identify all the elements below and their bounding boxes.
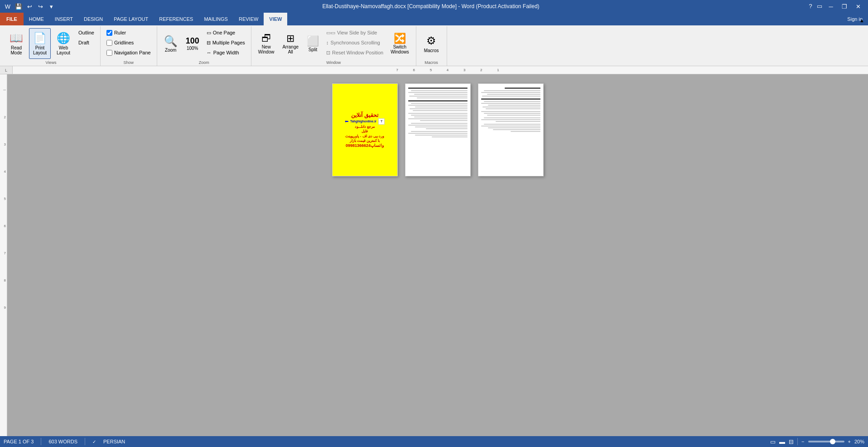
ruler-corner[interactable]: L <box>0 66 13 74</box>
web-layout-button[interactable]: 🌐 WebLayout <box>53 28 74 59</box>
title-bar: W 💾 ↩ ↪ ▾ Ellat-Dustihaye-Namovaffagh.do… <box>0 0 868 13</box>
ruler-v-mark-2: 2 <box>0 103 7 131</box>
arrange-all-icon: ⊞ <box>286 33 294 44</box>
sync-scroll-button[interactable]: ↕ Synchronous Scrolling <box>324 38 386 47</box>
multiple-pages-button[interactable]: ⊟ Multiple Pages <box>204 38 247 47</box>
zoom-out-icon[interactable]: − <box>801 439 804 444</box>
zoom-icon: 🔍 <box>164 35 178 48</box>
web-layout-label: WebLayout <box>57 45 70 55</box>
tab-mailings[interactable]: MAILINGS <box>198 13 233 25</box>
tab-references[interactable]: REFERENCES <box>154 13 198 25</box>
page3-para4 <box>481 117 540 122</box>
arrow-icon: ⬅ <box>345 119 348 124</box>
minimize-button[interactable]: ─ <box>825 2 837 11</box>
print-layout-button[interactable]: 📄 PrintLayout <box>29 28 51 59</box>
switch-windows-label: SwitchWindows <box>391 44 409 54</box>
zoom-level[interactable]: 20% <box>854 439 864 444</box>
new-window-label: NewWindow <box>258 44 275 54</box>
customize-quick-icon[interactable]: ▾ <box>47 2 55 10</box>
macros-label: Macros <box>424 48 439 53</box>
window-group: 🗗 NewWindow ⊞ ArrangeAll ⬜ Split ▭▭ View… <box>251 26 416 66</box>
page2-para1 <box>408 90 468 98</box>
ruler-mark-4: 4 <box>447 68 448 72</box>
page1-url-row: ⬅ Tahghighonline.ir T <box>345 118 385 125</box>
read-mode-button[interactable]: 📖 ReadMode <box>5 28 27 59</box>
undo-quick-icon[interactable]: ↩ <box>25 2 34 10</box>
page2-content <box>405 84 470 143</box>
draft-button[interactable]: Draft <box>76 38 96 47</box>
gridlines-checkbox[interactable]: Gridlines <box>104 38 153 47</box>
gridlines-label: Gridlines <box>114 40 134 45</box>
show-label: Show <box>104 59 153 65</box>
restore-button[interactable]: ❐ <box>838 2 851 11</box>
reset-window-button[interactable]: ⊡ Reset Window Position <box>324 48 386 57</box>
proofing-icon: ✓ <box>92 439 96 444</box>
main-area: ─ 2 3 4 5 6 7 8 9 تحقیق آنلاین ⬅ Tahghig… <box>0 74 868 436</box>
read-mode-icon: 📖 <box>10 32 23 44</box>
zoom-label-group: Zoom <box>161 59 247 65</box>
page-width-label: Page Width <box>213 50 239 55</box>
outline-button[interactable]: Outline <box>76 28 96 37</box>
zoom-100-button[interactable]: 100 100% <box>183 28 203 59</box>
zoom-in-icon[interactable]: + <box>848 439 851 444</box>
page2-heading2 <box>408 100 468 102</box>
status-bar-right: ▭ ▬ ⊟ − + 20% <box>770 438 864 445</box>
new-window-icon: 🗗 <box>261 33 271 44</box>
ruler-checkbox[interactable]: Ruler <box>104 28 153 37</box>
web-layout-icon: 🌐 <box>57 32 70 44</box>
window-group-content: 🗗 NewWindow ⊞ ArrangeAll ⬜ Split ▭▭ View… <box>255 28 412 59</box>
page1-text2: فایل <box>362 129 368 134</box>
redo-quick-icon[interactable]: ↪ <box>36 2 44 10</box>
switch-windows-icon: 🔀 <box>394 33 406 44</box>
zoom-button[interactable]: 🔍 Zoom <box>161 28 181 59</box>
one-page-button[interactable]: ▭ One Page <box>204 28 247 37</box>
macros-button[interactable]: ⚙ Macros <box>420 28 443 59</box>
navigation-pane-checkbox[interactable]: Navigation Pane <box>104 48 153 57</box>
split-button[interactable]: ⬜ Split <box>304 28 322 59</box>
layout-normal-icon[interactable]: ▭ <box>770 438 776 445</box>
title-bar-left: W 💾 ↩ ↪ ▾ <box>4 2 55 10</box>
page3-para5 <box>481 124 540 132</box>
show-group: Ruler Gridlines Navigation Pane Show <box>101 26 157 66</box>
page-status[interactable]: PAGE 1 OF 3 <box>4 439 34 444</box>
page1-text4: با کمترین قیمت بازار <box>350 139 380 143</box>
switch-windows-button[interactable]: 🔀 SwitchWindows <box>387 28 412 59</box>
save-quick-icon[interactable]: 💾 <box>14 2 23 10</box>
tab-view[interactable]: VIEW <box>264 13 287 25</box>
tab-design[interactable]: DESIGN <box>78 13 108 25</box>
gridlines-check[interactable] <box>106 40 112 46</box>
tab-home[interactable]: HOME <box>24 13 49 25</box>
page-width-button[interactable]: ↔ Page Width <box>204 48 247 57</box>
help-icon[interactable]: ? <box>806 2 815 10</box>
macros-label-group: Macros <box>420 59 443 65</box>
layout-web-icon[interactable]: ⊟ <box>789 438 794 445</box>
ribbon-collapse-button[interactable]: ▲ <box>859 0 864 41</box>
arrange-all-button[interactable]: ⊞ ArrangeAll <box>279 28 302 59</box>
zoom-stack: ▭ One Page ⊟ Multiple Pages ↔ Page Width <box>204 28 247 57</box>
print-layout-label: PrintLayout <box>33 45 47 55</box>
tab-review[interactable]: REVIEW <box>233 13 264 25</box>
reset-window-label: Reset Window Position <box>332 50 383 55</box>
ruler-mark-5: 5 <box>430 68 432 72</box>
status-bar-left: PAGE 1 OF 3 603 WORDS ✓ PERSIAN <box>4 438 125 445</box>
views-group: 📖 ReadMode 📄 PrintLayout 🌐 WebLayout Out… <box>2 26 101 66</box>
show-stack: Ruler Gridlines Navigation Pane <box>104 28 153 57</box>
restore-ribbon-icon[interactable]: ▭ <box>815 2 824 10</box>
layout-print-icon[interactable]: ▬ <box>779 438 785 445</box>
language-status[interactable]: PERSIAN <box>103 439 125 444</box>
tab-insert[interactable]: INSERT <box>49 13 78 25</box>
ribbon-tabs: FILE HOME INSERT DESIGN PAGE LAYOUT REFE… <box>0 13 868 25</box>
title-bar-controls: ? ▭ ─ ❐ ✕ <box>806 2 864 11</box>
navigation-pane-check[interactable] <box>106 50 112 56</box>
ruler-v-mark-3: 3 <box>0 131 7 158</box>
macros-group: ⚙ Macros Macros <box>416 26 447 66</box>
word-count[interactable]: 603 WORDS <box>48 439 77 444</box>
view-side-by-side-button[interactable]: ▭▭ View Side by Side <box>324 28 386 37</box>
tab-file[interactable]: FILE <box>0 13 24 25</box>
tab-page-layout[interactable]: PAGE LAYOUT <box>108 13 154 25</box>
split-label: Split <box>309 47 317 52</box>
zoom-slider[interactable] <box>808 441 844 442</box>
new-window-button[interactable]: 🗗 NewWindow <box>255 28 278 59</box>
print-layout-icon: 📄 <box>33 32 47 44</box>
ruler-check[interactable] <box>106 30 112 36</box>
